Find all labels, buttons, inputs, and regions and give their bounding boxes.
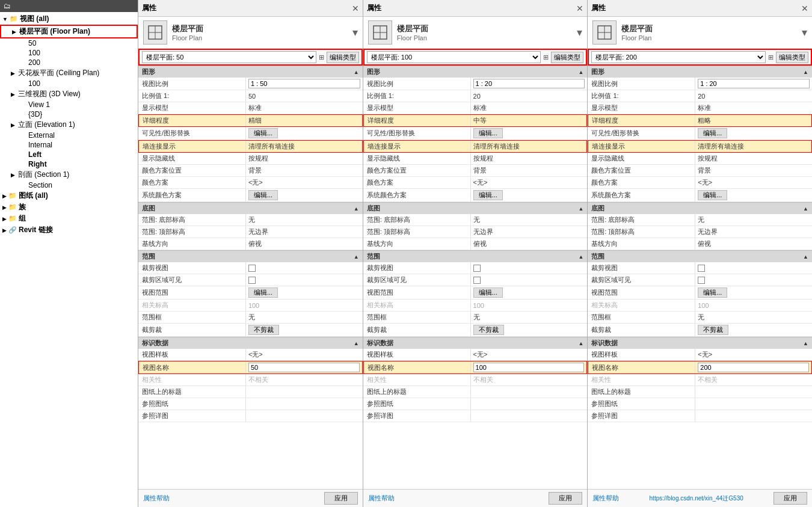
view-dropdown[interactable]: ▾ — [802, 26, 807, 39]
tree-item-families[interactable]: ▶📁族 — [0, 201, 138, 213]
view-selector-row-1[interactable]: 楼层平面: 100 ⊞ 编辑类型 — [363, 49, 588, 66]
help-link[interactable]: 属性帮助 — [368, 494, 395, 503]
tree-item-sheets-all[interactable]: ▶📁图纸 (all) — [0, 190, 138, 201]
tree-item-3dview[interactable]: ▶三维视图 (3D View) — [0, 88, 138, 100]
tree-item-section1[interactable]: ▶剖面 (Section 1) — [0, 169, 138, 180]
prop-value-cell[interactable] — [246, 262, 363, 274]
close-button[interactable]: ✕ — [352, 4, 359, 13]
collapse-section-icon[interactable]: ▲ — [803, 206, 808, 212]
collapse-section-icon[interactable]: ▲ — [578, 340, 583, 346]
prop-value-cell[interactable] — [246, 361, 362, 373]
edit-type-button[interactable]: 编辑类型 — [551, 52, 583, 63]
view-dropdown[interactable]: ▾ — [577, 26, 582, 39]
prop-value-cell[interactable] — [695, 262, 812, 274]
prop-value-cell[interactable] — [695, 361, 811, 373]
prop-value-cell[interactable] — [246, 274, 363, 286]
close-button[interactable]: ✕ — [801, 4, 808, 13]
tree-item-left[interactable]: Left — [0, 150, 138, 159]
prop-input[interactable] — [473, 363, 585, 372]
tree-item-revit-links[interactable]: ▶🔗Revit 链接 — [0, 224, 138, 236]
edit-type-button[interactable]: 编辑类型 — [776, 52, 808, 63]
prop-value-cell[interactable]: 编辑... — [246, 127, 363, 140]
view-selector-select[interactable]: 楼层平面: 100 — [367, 51, 541, 63]
prop-value-cell[interactable]: 不剪裁 — [695, 324, 812, 336]
prop-button[interactable]: 编辑... — [473, 287, 503, 298]
prop-value-cell[interactable] — [471, 361, 587, 373]
checkbox[interactable] — [698, 277, 705, 284]
prop-input[interactable] — [248, 79, 360, 88]
prop-value-cell[interactable]: 不剪裁 — [246, 324, 363, 336]
tree-item-floor-plan[interactable]: ▶楼层平面 (Floor Plan) — [0, 25, 138, 38]
collapse-section-icon[interactable]: ▲ — [578, 254, 583, 260]
prop-button[interactable]: 不剪裁 — [698, 325, 728, 335]
prop-button[interactable]: 编辑... — [698, 128, 727, 138]
prop-value-cell[interactable] — [471, 78, 588, 90]
tree-item-ceiling-plan[interactable]: ▶天花板平面 (Ceiling Plan) — [0, 67, 138, 79]
prop-value-cell[interactable] — [471, 274, 588, 286]
tree-item-section[interactable]: Section — [0, 180, 138, 190]
checkbox[interactable] — [473, 277, 481, 284]
collapse-section-icon[interactable]: ▲ — [578, 69, 583, 75]
tree-item-groups[interactable]: ▶📁组 — [0, 213, 138, 224]
browser-tree[interactable]: ▼📁视图 (all)▶楼层平面 (Floor Plan)50100200▶天花板… — [0, 12, 138, 507]
collapse-section-icon[interactable]: ▲ — [803, 340, 808, 346]
prop-value-cell[interactable]: 不剪裁 — [471, 324, 588, 336]
tree-item-fp-100[interactable]: 100 — [0, 48, 138, 58]
view-dropdown[interactable]: ▾ — [352, 26, 358, 39]
prop-button[interactable]: 不剪裁 — [473, 325, 504, 335]
prop-value-cell[interactable]: 编辑... — [471, 286, 588, 299]
prop-button[interactable]: 编辑... — [698, 190, 727, 200]
prop-button[interactable]: 编辑... — [473, 128, 503, 138]
prop-value-cell[interactable]: 编辑... — [695, 286, 812, 299]
tree-item-right[interactable]: Right — [0, 159, 138, 169]
checkbox[interactable] — [248, 265, 256, 272]
tree-item-views-all[interactable]: ▼📁视图 (all) — [0, 13, 138, 25]
collapse-section-icon[interactable]: ▲ — [803, 254, 808, 260]
prop-input[interactable] — [698, 363, 809, 372]
prop-input[interactable] — [473, 79, 585, 88]
prop-button[interactable]: 编辑... — [248, 190, 278, 200]
prop-value-cell[interactable] — [246, 78, 363, 90]
view-selector-row-2[interactable]: 楼层平面: 200 ⊞ 编辑类型 — [588, 49, 812, 66]
prop-value-cell[interactable]: 编辑... — [471, 189, 588, 201]
tree-item-internal[interactable]: Internal — [0, 140, 138, 150]
prop-value-cell[interactable]: 编辑... — [471, 127, 588, 140]
prop-value-cell[interactable] — [471, 262, 588, 274]
collapse-section-icon[interactable]: ▲ — [803, 69, 808, 75]
prop-value-cell[interactable]: 编辑... — [246, 189, 363, 201]
prop-value-cell[interactable] — [695, 274, 812, 286]
prop-button[interactable]: 编辑... — [698, 287, 727, 298]
checkbox[interactable] — [473, 265, 481, 272]
prop-button[interactable]: 编辑... — [248, 128, 278, 138]
tree-item-view1[interactable]: View 1 — [0, 100, 138, 109]
tree-item-3d[interactable]: {3D} — [0, 109, 138, 119]
tree-item-fp-200[interactable]: 200 — [0, 58, 138, 67]
help-link[interactable]: 属性帮助 — [143, 494, 170, 503]
prop-button[interactable]: 编辑... — [473, 190, 503, 200]
view-selector-row-0[interactable]: 楼层平面: 50 ⊞ 编辑类型 — [138, 49, 363, 66]
collapse-section-icon[interactable]: ▲ — [354, 206, 359, 212]
view-selector-select[interactable]: 楼层平面: 200 — [591, 51, 766, 63]
collapse-section-icon[interactable]: ▲ — [578, 206, 583, 212]
tree-item-fp-50[interactable]: 50 — [0, 38, 138, 48]
tree-item-elevation1[interactable]: ▶立面 (Elevation 1) — [0, 119, 138, 131]
tree-item-cp-100[interactable]: 100 — [0, 79, 138, 88]
view-selector-select[interactable]: 楼层平面: 50 — [142, 51, 316, 63]
prop-input[interactable] — [698, 79, 810, 88]
prop-button[interactable]: 编辑... — [248, 287, 278, 298]
prop-input[interactable] — [248, 363, 360, 372]
close-button[interactable]: ✕ — [576, 4, 583, 13]
edit-type-button[interactable]: 编辑类型 — [327, 52, 359, 63]
collapse-section-icon[interactable]: ▲ — [354, 340, 359, 346]
prop-button[interactable]: 不剪裁 — [248, 325, 279, 335]
checkbox[interactable] — [698, 265, 705, 272]
collapse-section-icon[interactable]: ▲ — [354, 69, 359, 75]
prop-value-cell[interactable]: 编辑... — [695, 189, 812, 201]
apply-button[interactable]: 应用 — [324, 492, 358, 505]
help-link[interactable]: 属性帮助 — [592, 494, 619, 503]
prop-value-cell[interactable] — [695, 78, 812, 90]
collapse-section-icon[interactable]: ▲ — [354, 254, 359, 260]
prop-value-cell[interactable]: 编辑... — [695, 127, 812, 140]
apply-button[interactable]: 应用 — [774, 492, 807, 505]
prop-value-cell[interactable]: 编辑... — [246, 286, 363, 299]
